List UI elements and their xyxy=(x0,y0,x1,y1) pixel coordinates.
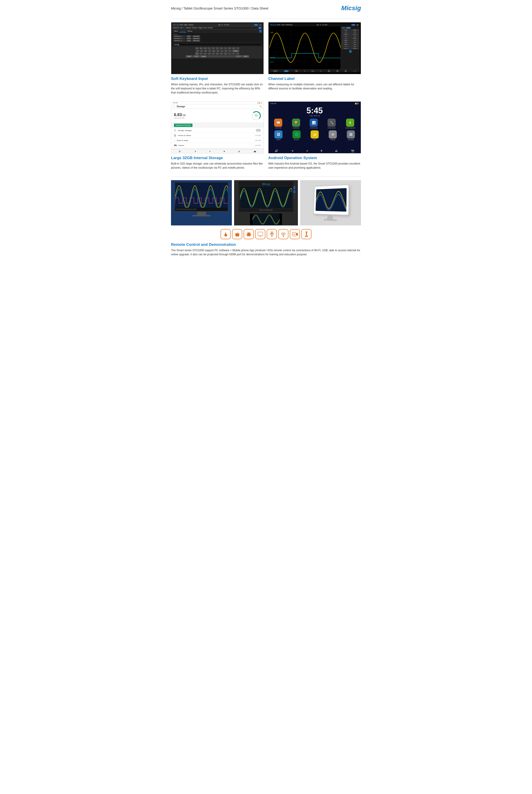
key-c[interactable]: c xyxy=(207,53,211,55)
key-v[interactable]: v xyxy=(211,53,215,55)
svg-text:micsig: micsig xyxy=(270,57,275,58)
storage-section: 7:36 AM ● 📶 🔋 ← Storage 🔍 6.83 GB Used o… xyxy=(171,101,264,170)
search-icon[interactable]: 🔍 xyxy=(260,106,262,108)
storage-circle-chart: 21% used xyxy=(252,111,261,120)
app-calculator[interactable]: 🔢 Calculator xyxy=(347,130,355,140)
android-volume-up-icon[interactable]: 🔊 xyxy=(275,149,278,152)
svg-text:CH1 CH2 CH3 CH4 | 20ms | AUTO: CH1 CH2 CH3 CH4 | 20ms | AUTO xyxy=(176,208,196,210)
key-q[interactable]: q xyxy=(195,47,199,49)
home-icon[interactable]: ● xyxy=(209,150,211,152)
key-i[interactable]: i xyxy=(224,47,227,49)
key-period[interactable]: . xyxy=(232,53,235,55)
recents-icon[interactable]: ■ xyxy=(224,150,225,152)
android-recents-icon[interactable]: ■ xyxy=(321,149,322,152)
app-appmarket[interactable]: 📦 AppMarket xyxy=(292,118,300,129)
app-systemupgrade[interactable]: ⬆ SystemUpgrade xyxy=(345,118,355,129)
android-apps-row-1: 📖 UserGuide 📦 AppMarket 📊 Oscilloscope 🔧… xyxy=(269,118,360,129)
key-dash[interactable]: – xyxy=(236,53,240,55)
usb-icon xyxy=(267,229,277,239)
key-m[interactable]: m xyxy=(224,53,227,55)
kbd-input-field[interactable]: micsig| xyxy=(173,43,262,46)
svg-rect-19 xyxy=(258,232,263,236)
key-switch[interactable]: switch xyxy=(200,55,207,57)
key-u[interactable]: u xyxy=(220,47,223,49)
remote-control-text: Remote Control and Demonstration The Sma… xyxy=(171,242,361,256)
key-comma[interactable]: , xyxy=(228,53,231,55)
soft-keyboard-screenshot: Micsig RUN 280k 1GSa/s 0ps A ①2.28V 2V J… xyxy=(171,22,264,74)
volume-down-icon[interactable]: 🔉 xyxy=(238,150,241,152)
key-s[interactable]: s xyxy=(200,50,203,52)
storage-item-games: 🎮 Games 0.00 GB xyxy=(171,143,264,148)
android-back-icon[interactable]: ◄ xyxy=(291,149,293,152)
back-icon[interactable]: ◄ xyxy=(194,150,196,152)
key-h[interactable]: h xyxy=(216,50,220,52)
key-w[interactable]: w xyxy=(199,47,203,49)
key-hash[interactable]: ↑# xyxy=(235,55,242,57)
key-y[interactable]: y xyxy=(215,47,219,49)
key-shift[interactable]: ↑ xyxy=(195,53,199,55)
key-hide[interactable]: hide xyxy=(186,55,192,57)
key-f[interactable]: f xyxy=(208,50,211,52)
key-backspace[interactable]: ← xyxy=(236,47,240,49)
key-k[interactable]: k xyxy=(224,50,228,52)
key-b[interactable]: b xyxy=(215,53,219,55)
key-123[interactable]: 123 xyxy=(193,55,200,57)
android-camera-icon[interactable]: 📷 xyxy=(351,149,355,152)
tablet-button-1[interactable] xyxy=(293,186,295,189)
app-userguide[interactable]: 📖 UserGuide xyxy=(274,118,282,129)
camera-icon[interactable]: 📷 xyxy=(254,150,256,152)
android-home-icon[interactable]: ● xyxy=(306,149,308,152)
key-enter[interactable]: Enter xyxy=(232,50,239,52)
tablet-button-2[interactable] xyxy=(293,190,295,193)
white-device-image xyxy=(300,180,361,225)
appmarket-icon: 📦 xyxy=(292,118,300,127)
volume-up-icon[interactable]: 🔊 xyxy=(179,150,181,152)
key-e[interactable]: e xyxy=(203,47,207,49)
storage-status-bar: 7:36 AM ● 📶 🔋 xyxy=(171,101,264,104)
userset-row-0: USERSET_0 Save Recovery xyxy=(173,35,262,37)
key-z[interactable]: z xyxy=(199,53,203,55)
key-p[interactable]: p xyxy=(232,47,235,49)
app-settings[interactable]: ⚙ Settings xyxy=(329,130,337,140)
key-r[interactable]: r xyxy=(207,47,211,49)
key-space[interactable] xyxy=(207,55,234,57)
key-l[interactable]: l xyxy=(228,50,232,52)
app-electronictool[interactable]: 🔧 Electronictool xyxy=(327,118,336,129)
key-d[interactable]: d xyxy=(204,50,207,52)
games-icon: 🎮 xyxy=(174,144,177,147)
page-header: Micsig / Tablet Oscilloscope Smart Serie… xyxy=(171,4,361,14)
storage-manager-toggle[interactable] xyxy=(256,129,261,132)
svg-rect-24 xyxy=(270,233,271,234)
kbd-menu-bar: Measure Save ▾ Sample Display Trigger Au… xyxy=(172,26,263,30)
android-volume-down-icon[interactable]: 🔉 xyxy=(335,149,338,152)
calculator-icon: 🔢 xyxy=(347,130,355,139)
key-j[interactable]: j xyxy=(220,50,224,52)
key-n[interactable]: n xyxy=(220,53,223,55)
android-title: Android Operation System xyxy=(268,156,361,160)
app-gallery[interactable]: 🖼 Gallery xyxy=(274,130,283,140)
kbd-tabs: Wave Setting Picture 2 xyxy=(172,30,263,33)
key-x[interactable]: x xyxy=(203,53,207,55)
remote-control-section: CH1 CH2 CH3 CH4 | 20ms | AUTO Micsig xyxy=(171,180,361,256)
storage-item-music: ♪ Music & audio 0.00 GB xyxy=(171,138,264,143)
tablet-button-3[interactable] xyxy=(293,194,295,199)
back-arrow-icon[interactable]: ← xyxy=(173,105,175,108)
storage-bottom-nav: 🔊 ◄ ● ■ 🔉 📷 xyxy=(171,149,264,153)
video-icon xyxy=(290,229,300,239)
key-o[interactable]: o xyxy=(228,47,231,49)
storage-desc: Built-in 32G large storage, user can wir… xyxy=(171,162,264,170)
manage-storage-button[interactable]: MANAGE STORAGE xyxy=(174,124,192,127)
app-browser[interactable]: 🌐 Browser xyxy=(292,130,301,140)
svg-rect-0 xyxy=(269,26,341,69)
key-g[interactable]: g xyxy=(212,50,215,52)
channel-label-desc: When measuring on multiple channels, use… xyxy=(268,82,361,91)
key-a[interactable]: a xyxy=(196,50,199,52)
app-files[interactable]: 📁 Files xyxy=(310,130,319,140)
oscilloscope-icon: 📊 xyxy=(310,118,318,127)
app-oscilloscope[interactable]: 📊 Oscilloscope xyxy=(310,118,318,129)
android-desc: With industry-first Android based OS, th… xyxy=(268,162,361,170)
key-eng[interactable]: Eng xyxy=(242,55,249,57)
key-t[interactable]: t xyxy=(211,47,215,49)
remote-control-title: Remote Control and Demonstration xyxy=(171,242,361,247)
svg-point-28 xyxy=(293,234,294,235)
